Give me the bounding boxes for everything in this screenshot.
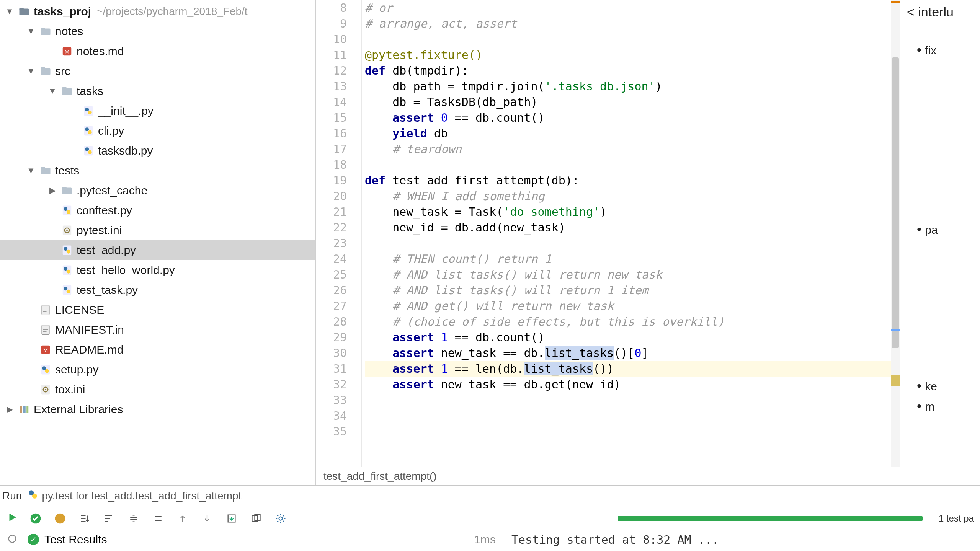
ok-icon: ✓ bbox=[28, 534, 39, 545]
show-ignored-toggle[interactable] bbox=[52, 510, 68, 527]
chevron-down-icon[interactable]: ▼ bbox=[4, 7, 15, 16]
tree-item-readme-md[interactable]: MREADME.md bbox=[0, 340, 315, 360]
code-line[interactable]: # or bbox=[365, 0, 891, 16]
tree-item-cli-py[interactable]: cli.py bbox=[0, 121, 315, 141]
line-number: 8 bbox=[316, 0, 347, 16]
chevron-right-icon[interactable]: ▶ bbox=[4, 404, 15, 414]
tree-item-manifest-in[interactable]: MANIFEST.in bbox=[0, 320, 315, 340]
code-line[interactable] bbox=[365, 235, 891, 251]
code-line[interactable]: assert 1 == len(db.list_tasks()) bbox=[365, 361, 891, 377]
code-line[interactable]: # AND get() will return new task bbox=[365, 298, 891, 314]
line-number: 32 bbox=[316, 377, 347, 392]
line-number: 14 bbox=[316, 94, 347, 110]
scroll-thumb[interactable] bbox=[892, 57, 899, 348]
code-line[interactable]: assert 1 == db.count() bbox=[365, 329, 891, 345]
history-button[interactable] bbox=[248, 510, 264, 527]
code-line[interactable]: def test_add_first_attempt(db): bbox=[365, 173, 891, 188]
line-number: 23 bbox=[316, 235, 347, 251]
test-results-row[interactable]: ✓ Test Results 1ms bbox=[24, 530, 502, 546]
tree-item-pytest-ini[interactable]: pytest.ini bbox=[0, 220, 315, 240]
code-line[interactable]: @pytest.fixture() bbox=[365, 47, 891, 63]
breadcrumb[interactable]: test_add_first_attempt() bbox=[316, 467, 900, 485]
code-line[interactable]: # AND list_tasks() will return new task bbox=[365, 267, 891, 282]
code-line[interactable]: # (choice of side effects, but this is o… bbox=[365, 314, 891, 329]
export-results-button[interactable] bbox=[224, 510, 240, 527]
python-icon bbox=[28, 489, 38, 502]
code-line[interactable] bbox=[365, 424, 891, 439]
tree-item-test-hello-world-py[interactable]: test_hello_world.py bbox=[0, 260, 315, 280]
code-line[interactable]: db = TasksDB(db_path) bbox=[365, 94, 891, 110]
code-line[interactable]: # WHEN I add something bbox=[365, 188, 891, 204]
chevron-down-icon[interactable]: ▼ bbox=[25, 26, 37, 36]
code-line[interactable]: new_task = Task('do something') bbox=[365, 204, 891, 220]
settings-button[interactable] bbox=[273, 510, 289, 527]
run-button[interactable] bbox=[4, 509, 20, 525]
run-config-name[interactable]: py.test for test_add.test_add_first_atte… bbox=[42, 490, 241, 502]
prev-failed-button[interactable] bbox=[175, 510, 191, 527]
editor-scrollbar[interactable] bbox=[891, 0, 900, 467]
tree-item-external-libraries[interactable]: ▶External Libraries bbox=[0, 399, 315, 419]
show-passed-toggle[interactable] bbox=[28, 510, 44, 527]
code-line[interactable]: # THEN count() return 1 bbox=[365, 251, 891, 267]
chevron-down-icon[interactable]: ▼ bbox=[47, 86, 58, 96]
code-line[interactable] bbox=[365, 408, 891, 424]
code-line[interactable]: yield db bbox=[365, 126, 891, 141]
svg-text:M: M bbox=[65, 48, 70, 55]
debug-button[interactable] bbox=[4, 531, 20, 547]
code-area[interactable]: # or# arrange, act, assert@pytest.fixtur… bbox=[362, 0, 891, 467]
tree-item-label: src bbox=[55, 65, 70, 78]
sort-duration-button[interactable] bbox=[101, 510, 117, 527]
code-line[interactable]: db_path = tmpdir.join('.tasks_db.json') bbox=[365, 78, 891, 94]
tree-item-test-add-py[interactable]: test_add.py bbox=[0, 240, 315, 260]
tree-item-test-task-py[interactable]: test_task.py bbox=[0, 280, 315, 300]
svg-point-36 bbox=[64, 287, 67, 290]
sort-alpha-button[interactable] bbox=[77, 510, 93, 527]
py-icon bbox=[82, 124, 95, 137]
run-tab-label[interactable]: Run bbox=[2, 490, 22, 502]
outline-item[interactable]: ke bbox=[917, 378, 980, 393]
outline-item[interactable]: fix bbox=[917, 42, 980, 57]
tree-item-label: __init__.py bbox=[98, 104, 154, 117]
breadcrumb-item[interactable]: test_add_first_attempt() bbox=[323, 470, 437, 483]
fold-column[interactable] bbox=[354, 0, 362, 467]
code-line[interactable]: assert new_task == db.get(new_id) bbox=[365, 377, 891, 392]
tree-item-license[interactable]: LICENSE bbox=[0, 300, 315, 320]
tree-item-tox-ini[interactable]: tox.ini bbox=[0, 380, 315, 399]
expand-all-button[interactable] bbox=[126, 510, 142, 527]
tree-item--init-py[interactable]: __init__.py bbox=[0, 101, 315, 121]
tree-item-notes[interactable]: ▼notes bbox=[0, 21, 315, 41]
code-line[interactable] bbox=[365, 392, 891, 408]
code-line[interactable]: # arrange, act, assert bbox=[365, 16, 891, 31]
code-line[interactable]: 💡 assert new_task == db.list_tasks()[0] bbox=[365, 345, 891, 361]
tree-item-tasksdb-py[interactable]: tasksdb.py bbox=[0, 141, 315, 161]
code-line[interactable]: # teardown bbox=[365, 141, 891, 157]
next-failed-button[interactable] bbox=[199, 510, 215, 527]
chevron-down-icon[interactable]: ▼ bbox=[25, 166, 37, 176]
code-line[interactable]: assert 0 == db.count() bbox=[365, 110, 891, 126]
console-output[interactable]: Testing started at 8:32 AM ... bbox=[508, 533, 980, 546]
code-line[interactable]: new_id = db.add(new_task) bbox=[365, 220, 891, 235]
svg-rect-1 bbox=[20, 8, 24, 10]
folder-icon bbox=[60, 184, 74, 197]
tree-item--pytest-cache[interactable]: ▶.pytest_cache bbox=[0, 181, 315, 201]
project-tree[interactable]: ▼tasks_proj~/projects/pycharm_2018_Feb/t… bbox=[0, 0, 316, 485]
code-line[interactable]: # AND list_tasks() will return 1 item bbox=[365, 282, 891, 298]
tree-item-notes-md[interactable]: Mnotes.md bbox=[0, 41, 315, 61]
tree-item-tasks[interactable]: ▼tasks bbox=[0, 81, 315, 101]
tree-item-setup-py[interactable]: setup.py bbox=[0, 360, 315, 380]
code-line[interactable]: def db(tmpdir): bbox=[365, 63, 891, 78]
tree-item-src[interactable]: ▼src bbox=[0, 61, 315, 81]
outline-item[interactable]: pa bbox=[917, 222, 980, 237]
txt-icon bbox=[39, 303, 52, 316]
chevron-down-icon[interactable]: ▼ bbox=[25, 66, 37, 76]
svg-rect-9 bbox=[62, 87, 67, 90]
tree-item-conftest-py[interactable]: conftest.py bbox=[0, 201, 315, 220]
tree-item-tasks-proj[interactable]: ▼tasks_proj~/projects/pycharm_2018_Feb/t bbox=[0, 2, 315, 21]
code-line[interactable] bbox=[365, 31, 891, 47]
editor-gutter: 8910111213141516171819202122232425262728… bbox=[316, 0, 354, 467]
outline-item[interactable]: m bbox=[917, 399, 980, 414]
code-line[interactable] bbox=[365, 157, 891, 173]
tree-item-tests[interactable]: ▼tests bbox=[0, 161, 315, 181]
chevron-right-icon[interactable]: ▶ bbox=[47, 186, 58, 196]
collapse-all-button[interactable] bbox=[150, 510, 166, 527]
